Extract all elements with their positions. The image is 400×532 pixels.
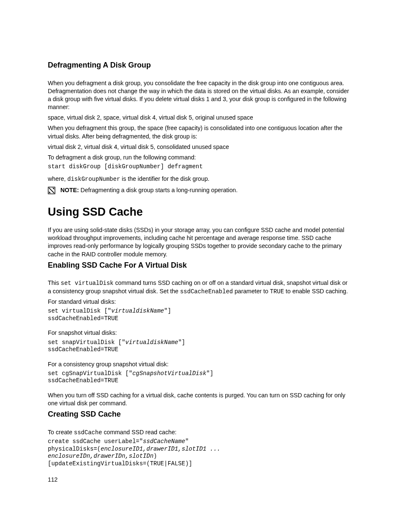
enable-lbl2: For snapshot virtual disks: [48, 329, 352, 337]
defrag-p5: To defragment a disk group, run the foll… [48, 154, 352, 162]
defrag-p4: virtual disk 2, virtual disk 4, virtual … [48, 143, 352, 151]
enable-intro: This set virtualDisk command turns SSD c… [48, 279, 352, 295]
heading-enable: Enabling SSD Cache For A Virtual Disk [48, 261, 352, 270]
ssd-main-p1: If you are using solid-state disks (SSDs… [48, 226, 352, 258]
note-icon [48, 187, 55, 194]
enable-code1: set virtualDisk ["virtualdiskName"] ssdC… [48, 308, 352, 322]
enable-code2: set snapVirtualDisk ["virtualdiskName"] … [48, 339, 352, 354]
note-text: NOTE: Defragmenting a disk group starts … [60, 186, 352, 194]
enable-lbl3: For a consistency group snapshot virtual… [48, 360, 352, 368]
page-content: Defragmenting A Disk Group When you defr… [0, 0, 400, 467]
heading-create: Creating SSD Cache [48, 410, 352, 419]
heading-defrag: Defragmenting A Disk Group [48, 61, 352, 70]
enable-outro: When you turn off SSD caching for a virt… [48, 391, 352, 407]
heading-ssd-main: Using SSD Cache [48, 206, 352, 219]
enable-lbl1: For standard virtual disks: [48, 298, 352, 306]
defrag-p2: space, virtual disk 2, space, virtual di… [48, 114, 352, 122]
defrag-p1: When you defragment a disk group, you co… [48, 79, 352, 112]
defrag-code: start diskGroup [diskGroupNumber] defrag… [48, 163, 352, 171]
page-number: 112 [48, 476, 57, 484]
create-intro: To create ssdCache command SSD read cach… [48, 428, 352, 437]
defrag-where: where, diskGroupNumber is the identifier… [48, 175, 352, 183]
note-block: NOTE: Defragmenting a disk group starts … [48, 186, 352, 194]
enable-code3: set cgSnapVirtualDisk ["cgSnapshotVirtua… [48, 370, 352, 385]
create-code: create ssdCache userLabel="ssdCacheName"… [48, 438, 352, 467]
defrag-p3: When you defragment this group, the spac… [48, 124, 352, 140]
